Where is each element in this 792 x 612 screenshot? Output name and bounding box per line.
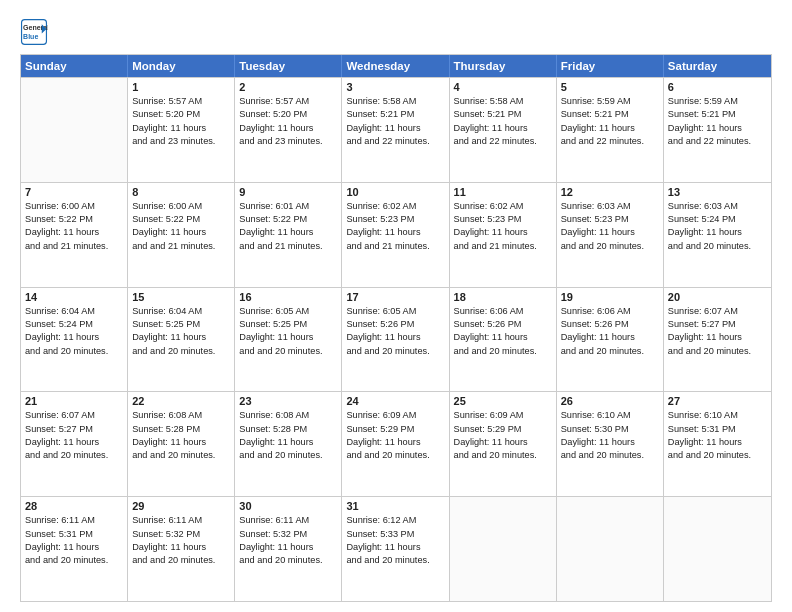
calendar-row: 1Sunrise: 5:57 AMSunset: 5:20 PMDaylight… (21, 77, 771, 182)
daylight-text-2: and and 21 minutes. (346, 240, 444, 253)
sunrise-text: Sunrise: 6:06 AM (561, 305, 659, 318)
weekday-header: Saturday (664, 55, 771, 77)
day-number: 9 (239, 186, 337, 198)
day-number: 4 (454, 81, 552, 93)
calendar-cell: 1Sunrise: 5:57 AMSunset: 5:20 PMDaylight… (128, 78, 235, 182)
daylight-text-2: and and 20 minutes. (454, 449, 552, 462)
calendar-cell: 11Sunrise: 6:02 AMSunset: 5:23 PMDayligh… (450, 183, 557, 287)
day-number: 7 (25, 186, 123, 198)
sunset-text: Sunset: 5:23 PM (346, 213, 444, 226)
daylight-text-2: and and 20 minutes. (25, 554, 123, 567)
sunset-text: Sunset: 5:25 PM (132, 318, 230, 331)
calendar: SundayMondayTuesdayWednesdayThursdayFrid… (20, 54, 772, 602)
daylight-text-1: Daylight: 11 hours (239, 436, 337, 449)
daylight-text-1: Daylight: 11 hours (25, 331, 123, 344)
daylight-text-2: and and 20 minutes. (561, 449, 659, 462)
sunset-text: Sunset: 5:21 PM (346, 108, 444, 121)
daylight-text-1: Daylight: 11 hours (346, 331, 444, 344)
day-number: 6 (668, 81, 767, 93)
sunset-text: Sunset: 5:24 PM (25, 318, 123, 331)
day-number: 19 (561, 291, 659, 303)
calendar-cell: 12Sunrise: 6:03 AMSunset: 5:23 PMDayligh… (557, 183, 664, 287)
daylight-text-2: and and 22 minutes. (454, 135, 552, 148)
sunset-text: Sunset: 5:22 PM (239, 213, 337, 226)
daylight-text-2: and and 23 minutes. (239, 135, 337, 148)
daylight-text-2: and and 20 minutes. (346, 449, 444, 462)
weekday-header: Wednesday (342, 55, 449, 77)
daylight-text-1: Daylight: 11 hours (239, 541, 337, 554)
sunrise-text: Sunrise: 6:00 AM (25, 200, 123, 213)
calendar-cell: 18Sunrise: 6:06 AMSunset: 5:26 PMDayligh… (450, 288, 557, 392)
sunrise-text: Sunrise: 6:11 AM (25, 514, 123, 527)
day-number: 30 (239, 500, 337, 512)
calendar-row: 28Sunrise: 6:11 AMSunset: 5:31 PMDayligh… (21, 496, 771, 601)
calendar-cell: 16Sunrise: 6:05 AMSunset: 5:25 PMDayligh… (235, 288, 342, 392)
sunrise-text: Sunrise: 6:12 AM (346, 514, 444, 527)
day-number: 23 (239, 395, 337, 407)
sunset-text: Sunset: 5:26 PM (454, 318, 552, 331)
daylight-text-1: Daylight: 11 hours (454, 226, 552, 239)
day-number: 27 (668, 395, 767, 407)
calendar-header: SundayMondayTuesdayWednesdayThursdayFrid… (21, 55, 771, 77)
daylight-text-2: and and 20 minutes. (239, 449, 337, 462)
sunset-text: Sunset: 5:25 PM (239, 318, 337, 331)
daylight-text-2: and and 20 minutes. (561, 345, 659, 358)
daylight-text-1: Daylight: 11 hours (561, 122, 659, 135)
sunrise-text: Sunrise: 6:08 AM (132, 409, 230, 422)
daylight-text-1: Daylight: 11 hours (668, 122, 767, 135)
weekday-header: Friday (557, 55, 664, 77)
day-number: 18 (454, 291, 552, 303)
day-number: 12 (561, 186, 659, 198)
calendar-cell: 20Sunrise: 6:07 AMSunset: 5:27 PMDayligh… (664, 288, 771, 392)
calendar-cell: 30Sunrise: 6:11 AMSunset: 5:32 PMDayligh… (235, 497, 342, 601)
day-number: 26 (561, 395, 659, 407)
calendar-cell: 2Sunrise: 5:57 AMSunset: 5:20 PMDaylight… (235, 78, 342, 182)
calendar-row: 7Sunrise: 6:00 AMSunset: 5:22 PMDaylight… (21, 182, 771, 287)
calendar-row: 14Sunrise: 6:04 AMSunset: 5:24 PMDayligh… (21, 287, 771, 392)
daylight-text-2: and and 20 minutes. (132, 345, 230, 358)
daylight-text-2: and and 21 minutes. (454, 240, 552, 253)
calendar-cell: 4Sunrise: 5:58 AMSunset: 5:21 PMDaylight… (450, 78, 557, 182)
calendar-cell: 24Sunrise: 6:09 AMSunset: 5:29 PMDayligh… (342, 392, 449, 496)
calendar-cell: 13Sunrise: 6:03 AMSunset: 5:24 PMDayligh… (664, 183, 771, 287)
sunrise-text: Sunrise: 6:09 AM (454, 409, 552, 422)
sunset-text: Sunset: 5:26 PM (561, 318, 659, 331)
calendar-cell: 19Sunrise: 6:06 AMSunset: 5:26 PMDayligh… (557, 288, 664, 392)
sunset-text: Sunset: 5:33 PM (346, 528, 444, 541)
daylight-text-2: and and 21 minutes. (239, 240, 337, 253)
sunrise-text: Sunrise: 6:03 AM (561, 200, 659, 213)
daylight-text-1: Daylight: 11 hours (346, 436, 444, 449)
weekday-header: Thursday (450, 55, 557, 77)
sunset-text: Sunset: 5:29 PM (346, 423, 444, 436)
daylight-text-2: and and 20 minutes. (132, 554, 230, 567)
weekday-header: Monday (128, 55, 235, 77)
day-number: 20 (668, 291, 767, 303)
daylight-text-2: and and 20 minutes. (239, 554, 337, 567)
weekday-header: Tuesday (235, 55, 342, 77)
calendar-cell: 6Sunrise: 5:59 AMSunset: 5:21 PMDaylight… (664, 78, 771, 182)
sunset-text: Sunset: 5:23 PM (561, 213, 659, 226)
daylight-text-1: Daylight: 11 hours (132, 331, 230, 344)
calendar-cell: 9Sunrise: 6:01 AMSunset: 5:22 PMDaylight… (235, 183, 342, 287)
calendar-cell: 25Sunrise: 6:09 AMSunset: 5:29 PMDayligh… (450, 392, 557, 496)
sunset-text: Sunset: 5:22 PM (25, 213, 123, 226)
calendar-cell: 22Sunrise: 6:08 AMSunset: 5:28 PMDayligh… (128, 392, 235, 496)
calendar-cell: 5Sunrise: 5:59 AMSunset: 5:21 PMDaylight… (557, 78, 664, 182)
calendar-cell: 28Sunrise: 6:11 AMSunset: 5:31 PMDayligh… (21, 497, 128, 601)
page: General Blue SundayMondayTuesdayWednesda… (0, 0, 792, 612)
sunset-text: Sunset: 5:31 PM (25, 528, 123, 541)
sunrise-text: Sunrise: 5:57 AM (132, 95, 230, 108)
day-number: 2 (239, 81, 337, 93)
sunrise-text: Sunrise: 6:03 AM (668, 200, 767, 213)
day-number: 15 (132, 291, 230, 303)
daylight-text-1: Daylight: 11 hours (25, 226, 123, 239)
sunset-text: Sunset: 5:27 PM (25, 423, 123, 436)
daylight-text-1: Daylight: 11 hours (561, 436, 659, 449)
daylight-text-2: and and 20 minutes. (561, 240, 659, 253)
daylight-text-2: and and 20 minutes. (346, 554, 444, 567)
sunset-text: Sunset: 5:21 PM (454, 108, 552, 121)
day-number: 1 (132, 81, 230, 93)
sunrise-text: Sunrise: 6:02 AM (454, 200, 552, 213)
sunrise-text: Sunrise: 6:10 AM (561, 409, 659, 422)
daylight-text-2: and and 20 minutes. (239, 345, 337, 358)
